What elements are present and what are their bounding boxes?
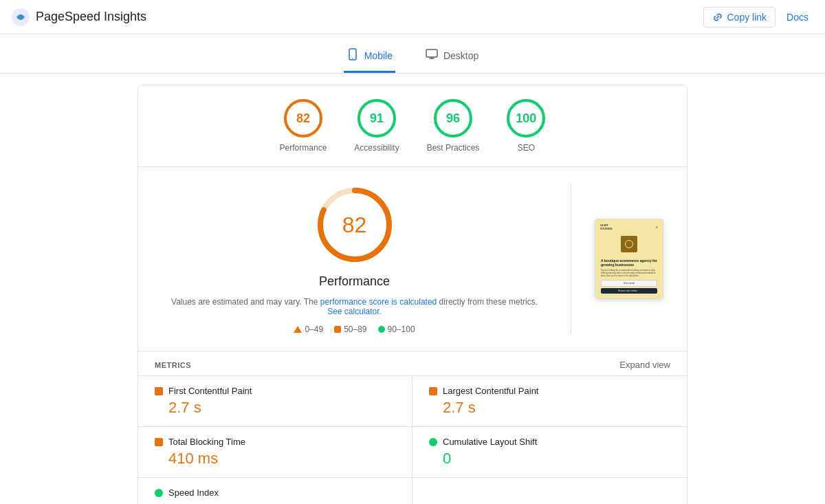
score-card-seo: 100 SEO [507, 99, 545, 153]
metric-dot-cls [429, 438, 437, 446]
score-circle-seo: 100 [507, 99, 545, 138]
score-card-accessibility: 91 Accessibility [354, 99, 399, 153]
metric-name-cls: Cumulative Layout Shift [443, 437, 537, 447]
metric-dot-fcp [155, 387, 163, 395]
legend: 0–49 50–89 90–100 [294, 325, 415, 334]
metrics-grid: First Contentful Paint 2.7 s Largest Con… [138, 375, 687, 504]
metric-cell-si: Speed Index 2.7 s [138, 478, 412, 504]
tab-desktop[interactable]: Desktop [423, 43, 481, 73]
main-content: 82 Performance 91 Accessibility 96 Best … [0, 85, 825, 504]
performance-note: Values are estimated and may vary. The p… [171, 297, 538, 316]
metric-value-fcp: 2.7 s [155, 399, 395, 417]
svg-point-2 [352, 58, 353, 59]
header: PageSpeed Insights Copy link Docs [0, 0, 825, 34]
big-score-value: 82 [342, 212, 367, 238]
metric-value-tbt: 410 ms [155, 450, 395, 468]
tab-mobile-label: Mobile [364, 50, 393, 61]
metric-cell-tbt: Total Blocking Time 410 ms [138, 427, 412, 478]
score-cards-row: 82 Performance 91 Accessibility 96 Best … [138, 85, 687, 167]
metric-cell-header-tbt: Total Blocking Time [155, 437, 395, 447]
metric-cell-header-lcp: Largest Contentful Paint [429, 386, 670, 396]
expand-view-button[interactable]: Expand view [619, 360, 670, 370]
performance-title: Performance [319, 274, 390, 289]
docs-button[interactable]: Docs [781, 8, 814, 27]
legend-item-fail: 0–49 [294, 325, 323, 334]
mobile-icon [346, 48, 359, 63]
metric-name-si: Speed Index [168, 487, 219, 498]
big-score-circle: 82 [314, 184, 396, 266]
metric-dot-si [155, 489, 163, 497]
legend-item-pass: 90–100 [378, 325, 415, 334]
header-left: PageSpeed Insights [11, 8, 146, 27]
metric-cell-header-fcp: First Contentful Paint [155, 386, 395, 396]
copy-link-button[interactable]: Copy link [703, 7, 776, 28]
metric-value-lcp: 2.7 s [429, 399, 670, 417]
score-circle-best-practices: 96 [434, 99, 472, 138]
metric-name-lcp: Largest Contentful Paint [443, 386, 538, 396]
phone-content: A boutique ecommerce agency for growing … [598, 256, 660, 296]
tab-desktop-label: Desktop [443, 50, 478, 61]
metric-cell-cls: Cumulative Layout Shift 0 [412, 427, 687, 478]
metric-cell-empty [412, 478, 687, 504]
score-label-accessibility: Accessibility [354, 143, 399, 153]
phone-browse-btn: Browse case studies → [601, 288, 657, 294]
header-right: Copy link Docs [703, 7, 815, 28]
metrics-label: METRICS [155, 361, 191, 369]
phone-icon-area [598, 232, 660, 256]
performance-left: 82 Performance Values are estimated and … [155, 184, 571, 334]
metric-cell-header-cls: Cumulative Layout Shift [429, 437, 670, 447]
metric-dot-tbt [155, 438, 163, 446]
legend-pass-icon [378, 326, 385, 333]
phone-heading: A boutique ecommerce agency for growing … [601, 259, 657, 267]
performance-detail: 82 Performance Values are estimated and … [138, 167, 687, 504]
score-label-best-practices: Best Practices [427, 143, 480, 153]
metric-cell-lcp: Largest Contentful Paint 2.7 s [412, 376, 687, 427]
phone-get-in-touch-btn: Get in touch [601, 280, 657, 287]
metric-value-cls: 0 [429, 450, 670, 468]
metric-value-si: 2.7 s [155, 501, 395, 504]
metric-cell-header-si: Speed Index [155, 487, 395, 498]
phone-header: 54 BITSTUDIOS ≡ [598, 222, 660, 232]
tabs-container: Mobile Desktop [0, 34, 825, 74]
legend-average-icon [334, 326, 341, 333]
score-label-performance: Performance [280, 143, 327, 153]
metrics-header: METRICS Expand view [138, 351, 687, 375]
phone-logo-text: 54 BITSTUDIOS [600, 223, 613, 230]
score-circle-accessibility: 91 [358, 99, 396, 138]
phone-screen: 54 BITSTUDIOS ≡ A boutique ecommerce age… [595, 219, 663, 299]
performance-right: 54 BITSTUDIOS ≡ A boutique ecommerce age… [588, 184, 670, 334]
metric-cell-fcp: First Contentful Paint 2.7 s [138, 376, 412, 427]
link-icon [712, 12, 723, 23]
score-card-best-practices: 96 Best Practices [427, 99, 480, 153]
metric-name-tbt: Total Blocking Time [168, 437, 245, 447]
performance-score-link[interactable]: performance score is calculated [320, 297, 437, 307]
score-card-performance: 82 Performance [280, 99, 327, 153]
performance-main: 82 Performance Values are estimated and … [138, 167, 687, 351]
metric-dot-lcp [429, 387, 437, 395]
app-title: PageSpeed Insights [36, 10, 146, 24]
phone-screenshot: 54 BITSTUDIOS ≡ A boutique ecommerce age… [595, 219, 663, 300]
desktop-icon [426, 48, 438, 63]
copy-link-label: Copy link [727, 12, 767, 23]
score-cards-section: 82 Performance 91 Accessibility 96 Best … [138, 85, 688, 504]
score-circle-performance: 82 [284, 99, 322, 138]
svg-rect-3 [426, 50, 437, 57]
metric-name-fcp: First Contentful Paint [168, 386, 252, 396]
tab-mobile[interactable]: Mobile [344, 43, 395, 73]
see-calculator-link[interactable]: See calculator. [327, 307, 382, 316]
legend-item-average: 50–89 [334, 325, 366, 334]
logo-icon [11, 8, 30, 27]
legend-fail-icon [294, 326, 302, 333]
phone-menu-icon: ≡ [656, 225, 658, 229]
phone-body-text: If you're looking for a composition-lead… [601, 269, 657, 278]
score-label-seo: SEO [518, 143, 535, 153]
